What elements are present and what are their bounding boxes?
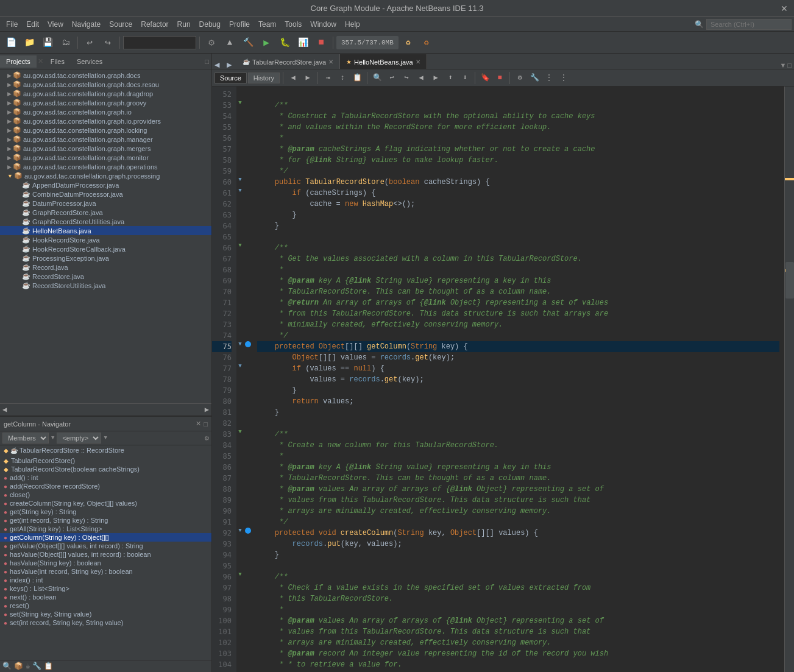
tree-item-processing[interactable]: ▼ 📦 au.gov.asd.tac.constellation.graph.p… — [0, 171, 211, 180]
nav-item-add1[interactable]: ● add() : int — [0, 473, 211, 482]
nav-icon-3[interactable]: ☕ — [26, 662, 30, 671]
tree-item-graphrecordutils[interactable]: ☕ GraphRecordStoreUtilities.java — [0, 217, 211, 226]
ed-breakpoint-btn[interactable]: ■ — [493, 71, 506, 85]
source-tab[interactable]: Source — [214, 73, 247, 83]
tab-close-2[interactable]: ✕ — [416, 58, 420, 65]
nav-item-getcol[interactable]: ● getColumn(String key) : Object[][] — [0, 533, 211, 542]
empty-dropdown[interactable]: <empty> — [57, 433, 101, 444]
fold-96[interactable]: ▼ — [236, 569, 244, 580]
ed-back-btn[interactable]: ◀ — [286, 71, 300, 85]
fold-66[interactable]: ▼ — [236, 240, 244, 251]
fold-61[interactable]: ▼ — [236, 185, 244, 196]
run-config-dropdown[interactable] — [123, 36, 196, 49]
nav-item-hasval1[interactable]: ● hasValue(Object[][] values, int record… — [0, 550, 211, 559]
gc2-button[interactable]: ♻ — [418, 34, 435, 51]
nav-icon-5[interactable]: 📋 — [44, 662, 53, 671]
menu-team[interactable]: Team — [255, 19, 280, 30]
fold-53[interactable]: ▼ — [236, 97, 244, 108]
menu-navigate[interactable]: Navigate — [68, 19, 104, 30]
menu-window[interactable]: Window — [307, 19, 340, 30]
nav-item-keys[interactable]: ● keys() : List<String> — [0, 584, 211, 593]
redo-button[interactable]: ↪ — [99, 34, 116, 51]
members-dropdown[interactable]: Members — [2, 433, 49, 444]
scroll-thumb[interactable] — [785, 262, 794, 299]
nav-item-add2[interactable]: ● add(RecordStore recordStore) — [0, 482, 211, 490]
close-button[interactable]: ✕ — [781, 4, 788, 13]
tree-item-io[interactable]: ▶ 📦 au.gov.asd.tac.constellation.graph.i… — [0, 107, 211, 116]
memory-indicator[interactable]: 357.5/737.0MB — [336, 36, 399, 49]
tab-projects[interactable]: Projects — [0, 55, 37, 68]
nav-item-hasval3[interactable]: ● hasValue(int record, String key) : boo… — [0, 567, 211, 576]
fold-83[interactable]: ▼ — [236, 426, 244, 437]
ed-btn-3[interactable]: 📋 — [350, 71, 364, 85]
nav-item-constructor1[interactable]: ◆ TabularRecordStore() — [0, 456, 211, 465]
nav-settings-icon[interactable]: ⚙ — [205, 434, 209, 443]
nav-item-set1[interactable]: ● set(String key, String value) — [0, 610, 211, 618]
search-input[interactable] — [706, 19, 792, 30]
new-file-button[interactable]: 📄 — [2, 34, 19, 51]
fold-92[interactable]: ▼ — [236, 525, 244, 536]
tab-nav-back[interactable]: ◀ — [212, 61, 222, 69]
ed-more2-btn[interactable]: ⋮ — [557, 71, 570, 85]
tree-item-hello[interactable]: ☕ HelloNetBeans.java — [0, 226, 211, 235]
nav-item-getall[interactable]: ● getAll(String key) : List<String> — [0, 525, 211, 533]
tree-nav-back[interactable]: ◀ — [2, 405, 7, 414]
code-content[interactable]: /** * Construct a TabularRecordStore wit… — [252, 87, 784, 672]
ed-tools-btn[interactable]: 🔧 — [528, 71, 541, 85]
editor-scrollbar[interactable] — [784, 87, 794, 672]
ed-more-btn[interactable]: ⋮ — [542, 71, 556, 85]
build-button[interactable]: ▲ — [221, 34, 238, 51]
menu-tools[interactable]: Tools — [281, 19, 305, 30]
tree-item-mergers[interactable]: ▶ 📦 au.gov.asd.tac.constellation.graph.m… — [0, 144, 211, 153]
ed-btn-10[interactable]: ⬇ — [458, 71, 472, 85]
ed-bookmark-btn[interactable]: 🔖 — [478, 71, 492, 85]
left-panel-maximize[interactable]: □ — [202, 58, 211, 65]
gc-button[interactable]: ♻ — [400, 34, 417, 51]
undo-button[interactable]: ↩ — [81, 34, 98, 51]
tab-files[interactable]: Files — [44, 55, 71, 68]
nav-item-next[interactable]: ● next() : boolean — [0, 593, 211, 601]
nav-item-index[interactable]: ● index() : int — [0, 576, 211, 584]
tree-item-record[interactable]: ☕ Record.java — [0, 263, 211, 272]
open-file-button[interactable]: 📁 — [21, 34, 38, 51]
menu-debug[interactable]: Debug — [196, 19, 224, 30]
tree-item-hook[interactable]: ☕ HookRecordStore.java — [0, 235, 211, 244]
tree-item-docs-resou[interactable]: ▶ 📦 au.gov.asd.tac.constellation.graph.d… — [0, 80, 211, 89]
tree-item-graphrecord[interactable]: ☕ GraphRecordStore.java — [0, 208, 211, 217]
tree-item-monitor[interactable]: ▶ 📦 au.gov.asd.tac.constellation.graph.m… — [0, 153, 211, 162]
tree-item-hookcb[interactable]: ☕ HookRecordStoreCallback.java — [0, 244, 211, 253]
navigator-close[interactable]: ✕ — [196, 420, 201, 428]
nav-item-set2[interactable]: ● set(int record, String key, String val… — [0, 618, 211, 627]
tab-close-1[interactable]: ✕ — [328, 58, 333, 65]
tree-item-io-providers[interactable]: ▶ 📦 au.gov.asd.tac.constellation.graph.i… — [0, 116, 211, 126]
nav-item-get1[interactable]: ● get(String key) : String — [0, 508, 211, 516]
tree-item-docs[interactable]: ▶ 📦 au.gov.asd.tac.constellation.graph.d… — [0, 71, 211, 80]
menu-edit[interactable]: Edit — [23, 19, 43, 30]
ed-btn-8[interactable]: ▶ — [429, 71, 442, 85]
tree-item-recordstoreutils[interactable]: ☕ RecordStoreUtilities.java — [0, 281, 211, 290]
tree-item-dragdrop[interactable]: ▶ 📦 au.gov.asd.tac.constellation.graph.d… — [0, 89, 211, 98]
ed-btn-5[interactable]: ↩ — [385, 71, 399, 85]
debug-button[interactable]: 🐛 — [276, 34, 293, 51]
ed-forward-btn[interactable]: ▶ — [301, 71, 314, 85]
tree-item-combine[interactable]: ☕ CombineDatumProcessor.java — [0, 189, 211, 199]
tree-item-append[interactable]: ☕ AppendDatumProcessor.java — [0, 180, 211, 189]
nav-item-createcol[interactable]: ● createColumn(String key, Object[][] va… — [0, 499, 211, 508]
menu-view[interactable]: View — [44, 19, 67, 30]
nav-item-getvalue[interactable]: ● getValue(Object[][] values, int record… — [0, 542, 211, 550]
nav-item-get2[interactable]: ● get(int record, String key) : String — [0, 516, 211, 525]
ed-btn-4[interactable]: 🔍 — [370, 71, 384, 85]
nav-icon-1[interactable]: 🔍 — [2, 662, 12, 671]
tree-nav-forward[interactable]: ▶ — [205, 405, 209, 414]
nav-item-close[interactable]: ● close() — [0, 490, 211, 499]
ed-btn-7[interactable]: ◀ — [414, 71, 428, 85]
tree-item-recordstore[interactable]: ☕ RecordStore.java — [0, 272, 211, 281]
ed-settings-btn[interactable]: ⚙ — [513, 71, 526, 85]
run-button[interactable]: ▶ — [258, 34, 275, 51]
menu-profile[interactable]: Profile — [225, 19, 253, 30]
menu-file[interactable]: File — [2, 19, 21, 30]
ed-btn-9[interactable]: ⬆ — [444, 71, 457, 85]
save-all-button[interactable]: 🗂 — [57, 34, 74, 51]
ed-btn-1[interactable]: ⇥ — [321, 71, 335, 85]
tree-item-groovy[interactable]: ▶ 📦 au.gov.asd.tac.constellation.graph.g… — [0, 98, 211, 107]
